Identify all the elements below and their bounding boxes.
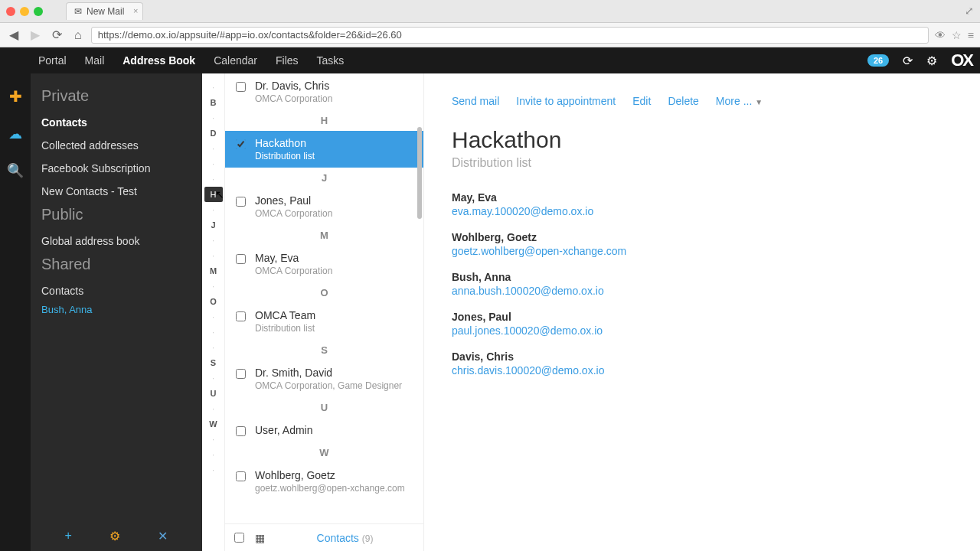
scrollbar[interactable] xyxy=(417,127,422,219)
foldertree-bottom: + ⚙ ✕ xyxy=(31,529,202,543)
topnav-mail[interactable]: Mail xyxy=(85,54,105,67)
member-email[interactable]: anna.bush.100020@demo.ox.io xyxy=(452,285,952,297)
gear-icon[interactable]: ⚙ xyxy=(926,54,937,68)
row-title: May, Eva xyxy=(255,252,413,264)
action-edit[interactable]: Edit xyxy=(632,95,651,107)
search-icon[interactable]: 🔍 xyxy=(7,162,24,179)
row-checkbox[interactable] xyxy=(236,426,246,436)
action-more[interactable]: More ...▼ xyxy=(716,95,763,107)
alpha-h[interactable]: H↖ xyxy=(204,187,223,202)
topnav-address-book[interactable]: Address Book xyxy=(122,54,195,67)
maximize-window-icon[interactable] xyxy=(34,7,43,16)
grid-view-icon[interactable]: ▦ xyxy=(255,532,265,544)
alpha-b[interactable]: B xyxy=(211,95,217,110)
forward-icon[interactable]: ▶ xyxy=(28,26,43,44)
list-item[interactable]: OMCA TeamDistribution list xyxy=(225,303,423,340)
list-item[interactable]: Wohlberg, Goetzgoetz.wohlberg@open-xchan… xyxy=(225,463,423,500)
alpha-index[interactable]: ·B·D···H↖·J··M·O···S·U·W··· xyxy=(202,73,225,551)
url-input[interactable]: https://demo.ox.io/appsuite/#app=io.ox/c… xyxy=(91,27,929,44)
list-divider-h: H xyxy=(225,110,423,131)
collapse-sidebar-icon[interactable]: ✕ xyxy=(158,529,168,543)
member: Bush, Annaanna.bush.100020@demo.ox.io xyxy=(452,271,952,297)
row-title: Wohlberg, Goetz xyxy=(255,469,413,481)
list-item[interactable]: Dr. Davis, ChrisOMCA Corporation xyxy=(225,73,423,110)
alpha-dot: · xyxy=(212,80,214,95)
row-checkbox[interactable] xyxy=(236,311,246,321)
folder-new-contacts-test[interactable]: New Contacts - Test xyxy=(31,180,202,203)
add-icon[interactable]: ✚ xyxy=(9,87,22,106)
alpha-dot: · xyxy=(212,462,214,478)
row-title: Jones, Paul xyxy=(255,194,413,207)
home-icon[interactable]: ⌂ xyxy=(71,27,85,44)
alpha-d[interactable]: D xyxy=(211,126,217,141)
member-email[interactable]: eva.may.100020@demo.ox.io xyxy=(452,205,952,217)
alpha-m[interactable]: M xyxy=(210,263,217,279)
close-window-icon[interactable] xyxy=(6,7,15,16)
cloud-icon[interactable]: ☁ xyxy=(8,126,22,142)
list-item[interactable]: HackathonDistribution list xyxy=(225,131,423,168)
select-all-checkbox[interactable] xyxy=(234,533,244,543)
action-invite-to-appointment[interactable]: Invite to appointment xyxy=(516,95,616,107)
bookmark-icon[interactable]: ☆ xyxy=(952,29,962,41)
folder-section-private: Private xyxy=(31,84,202,111)
list-item[interactable]: Jones, PaulOMCA Corporation xyxy=(225,188,423,225)
menu-icon[interactable]: ≡ xyxy=(968,29,974,41)
alpha-o[interactable]: O xyxy=(210,294,217,309)
reload-icon[interactable]: ⟳ xyxy=(49,26,65,44)
alpha-dot: · xyxy=(212,401,214,416)
list-item[interactable]: May, EvaOMCA Corporation xyxy=(225,246,423,282)
browser-tab[interactable]: ✉︎ New Mail × xyxy=(66,2,143,20)
back-icon[interactable]: ◀ xyxy=(6,26,21,44)
titlebar: ✉︎ New Mail × ⤢ xyxy=(0,0,980,23)
alpha-dot: · xyxy=(212,110,214,126)
topnav: PortalMailAddress BookCalendarFilesTasks… xyxy=(0,47,980,73)
footer-label[interactable]: Contacts (9) xyxy=(317,532,374,544)
topnav-tasks[interactable]: Tasks xyxy=(317,54,345,67)
folder-collected-addresses[interactable]: Collected addresses xyxy=(31,134,202,157)
url-text: https://demo.ox.io/appsuite/#app=io.ox/c… xyxy=(98,29,402,41)
alpha-s[interactable]: S xyxy=(211,355,216,370)
row-checkbox[interactable] xyxy=(236,254,246,264)
topnav-portal[interactable]: Portal xyxy=(38,54,67,67)
member-email[interactable]: chris.davis.100020@demo.ox.io xyxy=(452,364,952,377)
ox-logo: OX xyxy=(951,51,972,70)
cursor-icon: ↖ xyxy=(215,187,224,202)
refresh-icon[interactable]: ⟳ xyxy=(903,54,913,68)
folder-contacts[interactable]: Contacts xyxy=(31,279,202,302)
alpha-j[interactable]: J xyxy=(211,217,215,233)
list-item[interactable]: User, Admin xyxy=(225,418,423,442)
notification-badge[interactable]: 26 xyxy=(867,54,889,67)
row-checkbox[interactable] xyxy=(236,197,246,207)
list-divider-m: M xyxy=(225,225,423,246)
action-send-mail[interactable]: Send mail xyxy=(452,95,499,107)
row-title: User, Admin xyxy=(255,424,413,436)
alpha-dot: · xyxy=(212,141,214,156)
topnav-calendar[interactable]: Calendar xyxy=(214,54,257,67)
member-email[interactable]: goetz.wohlberg@open-xchange.com xyxy=(452,245,952,257)
row-checkbox[interactable] xyxy=(236,139,246,149)
topnav-files[interactable]: Files xyxy=(276,54,299,67)
eye-icon[interactable]: 👁 xyxy=(935,29,946,41)
row-checkbox[interactable] xyxy=(236,471,246,481)
alpha-u[interactable]: U xyxy=(211,386,217,401)
folder-contacts[interactable]: Contacts xyxy=(31,111,202,134)
row-title: OMCA Team xyxy=(255,309,413,321)
expand-icon[interactable]: ⤢ xyxy=(965,5,974,17)
alpha-w[interactable]: W xyxy=(209,416,217,432)
tab-close-icon[interactable]: × xyxy=(133,6,138,15)
list-item[interactable]: Dr. Smith, DavidOMCA Corporation, Game D… xyxy=(225,360,423,397)
row-checkbox[interactable] xyxy=(236,82,246,92)
row-checkbox[interactable] xyxy=(236,369,246,379)
window-controls xyxy=(6,7,43,16)
minimize-window-icon[interactable] xyxy=(20,7,29,16)
member-email[interactable]: paul.jones.100020@demo.ox.io xyxy=(452,324,952,337)
folder-facebook-subscription[interactable]: Facebook Subscription xyxy=(31,157,202,180)
list-divider-o: O xyxy=(225,282,423,303)
detail-pane: Send mailInvite to appointmentEditDelete… xyxy=(424,73,980,551)
alpha-dot: · xyxy=(212,233,214,248)
add-folder-icon[interactable]: + xyxy=(65,529,72,543)
folder-global-address-book[interactable]: Global address book xyxy=(31,230,202,253)
member-name: May, Eva xyxy=(452,191,952,204)
action-delete[interactable]: Delete xyxy=(668,95,698,107)
folder-settings-icon[interactable]: ⚙ xyxy=(109,529,120,543)
